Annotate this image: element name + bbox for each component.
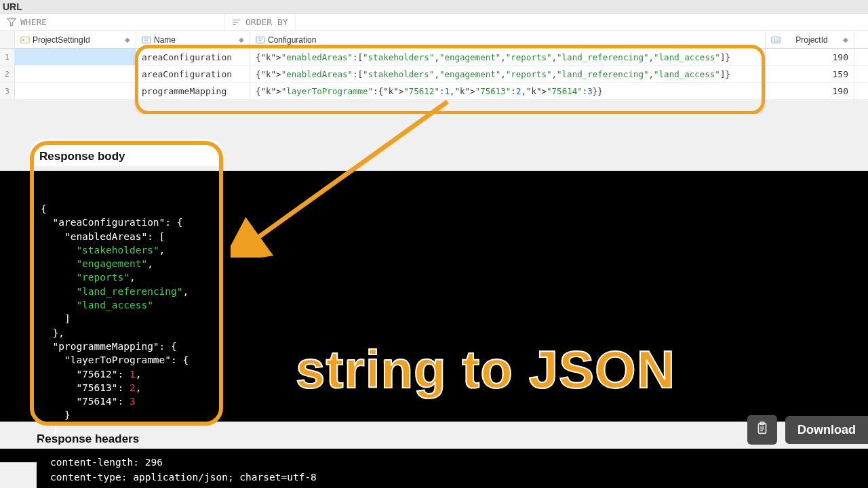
orderby-label: ORDER BY	[245, 17, 288, 27]
annotation-text: string to JSON	[296, 339, 675, 401]
response-headers-block: content-length: 296 content-type: applic…	[37, 449, 868, 488]
orderby-filter[interactable]: ORDER BY	[225, 14, 296, 30]
col-header-projectsettingid[interactable]: ProjectSettingId ◆	[15, 31, 136, 48]
response-body-json: { "areaConfiguration": { "enabledAreas":…	[41, 202, 189, 449]
header-line: content-type: application/json; charset=…	[50, 472, 317, 483]
col-header-projectid[interactable]: 12 ProjectId ◆	[766, 31, 854, 48]
cell-projectid[interactable]: 190	[766, 49, 854, 65]
text-column-icon	[142, 35, 151, 45]
sort-indicator-icon: ◆	[125, 36, 130, 43]
response-panel: { "areaConfiguration": { "enabledAreas":…	[0, 171, 868, 462]
table-row[interactable]: 2 areaConfiguration {"k">"enabledAreas":…	[0, 66, 868, 83]
cell-projectsettingid[interactable]	[15, 83, 136, 99]
filter-row: WHERE ORDER BY	[0, 14, 868, 31]
clipboard-icon	[755, 421, 770, 439]
col-label: ProjectId	[795, 35, 827, 45]
grid-header: ProjectSettingId ◆ Name ◆ Configuration …	[0, 31, 868, 49]
cell-projectid[interactable]: 159	[766, 66, 854, 82]
sort-indicator-icon: ◆	[843, 36, 848, 43]
svg-rect-0	[21, 37, 29, 43]
funnel-icon	[7, 18, 16, 27]
sort-icon	[232, 18, 241, 27]
cell-configuration[interactable]: {"k">"enabledAreas":["stakeholders","eng…	[250, 66, 766, 82]
cell-projectid[interactable]: 190	[766, 83, 854, 99]
col-label: Configuration	[268, 35, 316, 45]
cell-configuration[interactable]: {"k">"layerToProgramme":{"k">"75612":1,"…	[250, 83, 766, 99]
col-header-name[interactable]: Name ◆	[136, 31, 250, 48]
row-number: 3	[0, 83, 15, 99]
header-line: content-length: 296	[50, 457, 163, 468]
table-row[interactable]: 3 programmeMapping {"k">"layerToProgramm…	[0, 83, 868, 100]
cell-projectsettingid[interactable]	[15, 49, 136, 65]
response-actions: Download	[747, 415, 868, 445]
col-label: ProjectSettingId	[33, 35, 90, 45]
col-header-configuration[interactable]: Configuration	[250, 31, 766, 48]
response-body-label: Response body	[39, 150, 125, 163]
svg-text:12: 12	[774, 37, 779, 42]
svg-rect-3	[256, 37, 264, 43]
svg-point-1	[22, 39, 24, 41]
url-bar-label: URL	[3, 1, 22, 12]
download-button[interactable]: Download	[785, 416, 868, 444]
text-column-icon	[256, 35, 265, 45]
where-filter[interactable]: WHERE	[0, 14, 225, 30]
numeric-column-icon: 12	[771, 35, 781, 45]
svg-rect-2	[142, 37, 151, 43]
where-label: WHERE	[20, 17, 47, 27]
cell-name[interactable]: areaConfiguration	[136, 66, 250, 82]
cell-configuration[interactable]: {"k">"enabledAreas":["stakeholders","eng…	[250, 49, 766, 65]
data-grid: ProjectSettingId ◆ Name ◆ Configuration …	[0, 31, 868, 100]
rownum-header	[0, 31, 15, 48]
row-number: 2	[0, 66, 15, 82]
table-row[interactable]: 1 areaConfiguration {"k">"enabledAreas":…	[0, 49, 868, 66]
key-column-icon	[20, 35, 30, 45]
cell-projectsettingid[interactable]	[15, 66, 136, 82]
download-label: Download	[797, 423, 856, 436]
copy-button[interactable]	[747, 415, 777, 445]
cell-name[interactable]: areaConfiguration	[136, 49, 250, 65]
sort-indicator-icon: ◆	[239, 36, 244, 43]
cell-name[interactable]: programmeMapping	[136, 83, 250, 99]
row-number: 1	[0, 49, 15, 65]
col-label: Name	[154, 35, 176, 45]
url-bar: URL	[0, 0, 868, 14]
